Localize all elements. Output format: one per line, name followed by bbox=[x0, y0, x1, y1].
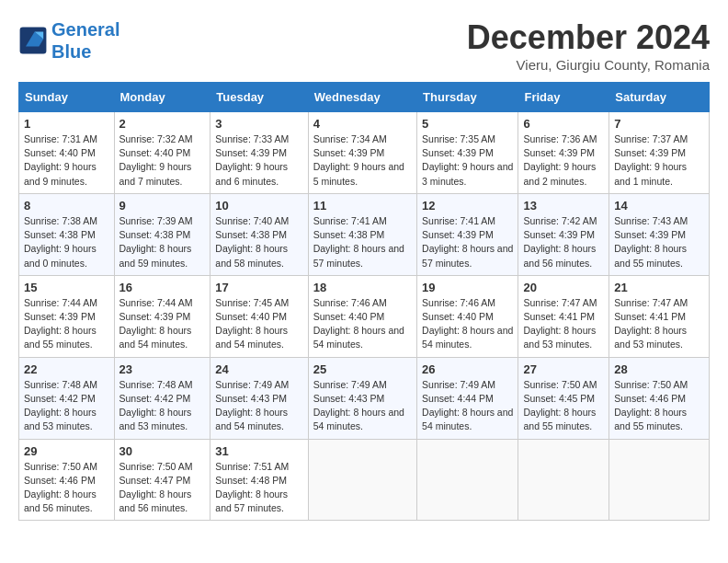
day-number: 27 bbox=[523, 362, 604, 376]
week-row-2: 8Sunrise: 7:38 AMSunset: 4:38 PMDaylight… bbox=[19, 193, 710, 275]
sunrise-text: Sunrise: 7:42 AMSunset: 4:39 PMDaylight:… bbox=[523, 215, 597, 269]
day-number: 25 bbox=[313, 362, 412, 376]
day-number: 18 bbox=[313, 281, 412, 294]
logo: General Blue bbox=[18, 18, 119, 63]
sunrise-text: Sunrise: 7:32 AMSunset: 4:40 PMDaylight:… bbox=[119, 133, 193, 187]
day-cell: 7Sunrise: 7:37 AMSunset: 4:39 PMDaylight… bbox=[609, 112, 710, 194]
sunrise-text: Sunrise: 7:50 AMSunset: 4:46 PMDaylight:… bbox=[24, 461, 97, 514]
day-cell: 18Sunrise: 7:46 AMSunset: 4:40 PMDayligh… bbox=[308, 275, 416, 357]
title-block: December 2024 Vieru, Giurgiu County, Rom… bbox=[467, 18, 710, 73]
day-number: 7 bbox=[614, 117, 704, 131]
day-cell: 20Sunrise: 7:47 AMSunset: 4:41 PMDayligh… bbox=[518, 275, 609, 357]
day-cell: 29Sunrise: 7:50 AMSunset: 4:46 PMDayligh… bbox=[19, 439, 115, 521]
day-cell: 30Sunrise: 7:50 AMSunset: 4:47 PMDayligh… bbox=[114, 439, 210, 521]
day-cell: 23Sunrise: 7:48 AMSunset: 4:42 PMDayligh… bbox=[114, 357, 210, 439]
sunrise-text: Sunrise: 7:38 AMSunset: 4:38 PMDaylight:… bbox=[24, 215, 97, 269]
day-number: 28 bbox=[614, 362, 704, 376]
day-cell bbox=[308, 439, 416, 521]
sunrise-text: Sunrise: 7:31 AMSunset: 4:40 PMDaylight:… bbox=[24, 133, 97, 187]
weekday-header-saturday: Saturday bbox=[609, 83, 710, 112]
day-cell: 3Sunrise: 7:33 AMSunset: 4:39 PMDaylight… bbox=[210, 112, 308, 194]
day-number: 6 bbox=[523, 117, 604, 131]
week-row-1: 1Sunrise: 7:31 AMSunset: 4:40 PMDaylight… bbox=[19, 112, 710, 194]
day-number: 19 bbox=[422, 281, 513, 294]
weekday-header-wednesday: Wednesday bbox=[308, 83, 416, 112]
day-number: 29 bbox=[24, 444, 109, 458]
day-cell: 2Sunrise: 7:32 AMSunset: 4:40 PMDaylight… bbox=[114, 112, 210, 194]
day-cell: 6Sunrise: 7:36 AMSunset: 4:39 PMDaylight… bbox=[518, 112, 609, 194]
day-cell: 27Sunrise: 7:50 AMSunset: 4:45 PMDayligh… bbox=[518, 357, 609, 439]
sunrise-text: Sunrise: 7:37 AMSunset: 4:39 PMDaylight:… bbox=[614, 133, 688, 187]
day-cell: 24Sunrise: 7:49 AMSunset: 4:43 PMDayligh… bbox=[210, 357, 308, 439]
sunrise-text: Sunrise: 7:41 AMSunset: 4:38 PMDaylight:… bbox=[313, 215, 404, 269]
sunrise-text: Sunrise: 7:51 AMSunset: 4:48 PMDaylight:… bbox=[215, 461, 289, 514]
day-number: 13 bbox=[523, 199, 604, 213]
sunrise-text: Sunrise: 7:39 AMSunset: 4:38 PMDaylight:… bbox=[119, 215, 193, 269]
day-number: 15 bbox=[24, 281, 109, 294]
sunrise-text: Sunrise: 7:46 AMSunset: 4:40 PMDaylight:… bbox=[422, 297, 513, 350]
day-number: 23 bbox=[119, 362, 206, 376]
sunrise-text: Sunrise: 7:47 AMSunset: 4:41 PMDaylight:… bbox=[523, 297, 597, 350]
weekday-header-friday: Friday bbox=[518, 83, 609, 112]
day-number: 12 bbox=[422, 199, 513, 213]
header: General Blue December 2024 Vieru, Giurgi… bbox=[18, 18, 710, 73]
day-cell bbox=[518, 439, 609, 521]
sunrise-text: Sunrise: 7:44 AMSunset: 4:39 PMDaylight:… bbox=[119, 297, 193, 350]
weekday-header-sunday: Sunday bbox=[19, 83, 115, 112]
sunrise-text: Sunrise: 7:43 AMSunset: 4:39 PMDaylight:… bbox=[614, 215, 688, 269]
day-number: 4 bbox=[313, 117, 412, 131]
day-cell bbox=[609, 439, 710, 521]
day-number: 16 bbox=[119, 281, 206, 294]
day-cell: 11Sunrise: 7:41 AMSunset: 4:38 PMDayligh… bbox=[308, 193, 416, 275]
sunrise-text: Sunrise: 7:40 AMSunset: 4:38 PMDaylight:… bbox=[215, 215, 289, 269]
day-cell: 4Sunrise: 7:34 AMSunset: 4:39 PMDaylight… bbox=[308, 112, 416, 194]
day-number: 5 bbox=[422, 117, 513, 131]
day-cell: 26Sunrise: 7:49 AMSunset: 4:44 PMDayligh… bbox=[417, 357, 518, 439]
day-cell: 16Sunrise: 7:44 AMSunset: 4:39 PMDayligh… bbox=[114, 275, 210, 357]
sunrise-text: Sunrise: 7:48 AMSunset: 4:42 PMDaylight:… bbox=[119, 379, 193, 432]
logo-icon bbox=[18, 26, 48, 55]
day-cell: 17Sunrise: 7:45 AMSunset: 4:40 PMDayligh… bbox=[210, 275, 308, 357]
day-cell: 31Sunrise: 7:51 AMSunset: 4:48 PMDayligh… bbox=[210, 439, 308, 521]
calendar-table: SundayMondayTuesdayWednesdayThursdayFrid… bbox=[18, 82, 710, 521]
day-number: 30 bbox=[119, 444, 206, 458]
day-number: 20 bbox=[523, 281, 604, 294]
day-number: 22 bbox=[24, 362, 109, 376]
day-cell: 14Sunrise: 7:43 AMSunset: 4:39 PMDayligh… bbox=[609, 193, 710, 275]
day-number: 11 bbox=[313, 199, 412, 213]
day-cell: 12Sunrise: 7:41 AMSunset: 4:39 PMDayligh… bbox=[417, 193, 518, 275]
calendar-subtitle: Vieru, Giurgiu County, Romania bbox=[467, 57, 710, 73]
day-cell: 1Sunrise: 7:31 AMSunset: 4:40 PMDaylight… bbox=[19, 112, 115, 194]
day-cell: 5Sunrise: 7:35 AMSunset: 4:39 PMDaylight… bbox=[417, 112, 518, 194]
sunrise-text: Sunrise: 7:50 AMSunset: 4:46 PMDaylight:… bbox=[614, 379, 688, 432]
day-number: 2 bbox=[119, 117, 206, 131]
day-cell: 15Sunrise: 7:44 AMSunset: 4:39 PMDayligh… bbox=[19, 275, 115, 357]
sunrise-text: Sunrise: 7:49 AMSunset: 4:43 PMDaylight:… bbox=[215, 379, 289, 432]
day-cell: 8Sunrise: 7:38 AMSunset: 4:38 PMDaylight… bbox=[19, 193, 115, 275]
weekday-header-monday: Monday bbox=[114, 83, 210, 112]
day-cell: 9Sunrise: 7:39 AMSunset: 4:38 PMDaylight… bbox=[114, 193, 210, 275]
sunrise-text: Sunrise: 7:47 AMSunset: 4:41 PMDaylight:… bbox=[614, 297, 688, 350]
sunrise-text: Sunrise: 7:45 AMSunset: 4:40 PMDaylight:… bbox=[215, 297, 289, 350]
day-number: 10 bbox=[215, 199, 302, 213]
sunrise-text: Sunrise: 7:50 AMSunset: 4:45 PMDaylight:… bbox=[523, 379, 597, 432]
logo-line1: General bbox=[51, 19, 119, 40]
day-number: 31 bbox=[215, 444, 302, 458]
day-number: 17 bbox=[215, 281, 302, 294]
day-number: 14 bbox=[614, 199, 704, 213]
day-cell bbox=[417, 439, 518, 521]
day-cell: 22Sunrise: 7:48 AMSunset: 4:42 PMDayligh… bbox=[19, 357, 115, 439]
sunrise-text: Sunrise: 7:44 AMSunset: 4:39 PMDaylight:… bbox=[24, 297, 97, 350]
weekday-header-thursday: Thursday bbox=[417, 83, 518, 112]
day-number: 1 bbox=[24, 117, 109, 131]
day-cell: 10Sunrise: 7:40 AMSunset: 4:38 PMDayligh… bbox=[210, 193, 308, 275]
sunrise-text: Sunrise: 7:41 AMSunset: 4:39 PMDaylight:… bbox=[422, 215, 513, 269]
logo-line2: Blue bbox=[51, 41, 91, 62]
day-number: 21 bbox=[614, 281, 704, 294]
weekday-header-row: SundayMondayTuesdayWednesdayThursdayFrid… bbox=[19, 83, 710, 112]
day-number: 26 bbox=[422, 362, 513, 376]
sunrise-text: Sunrise: 7:49 AMSunset: 4:44 PMDaylight:… bbox=[422, 379, 513, 432]
day-cell: 28Sunrise: 7:50 AMSunset: 4:46 PMDayligh… bbox=[609, 357, 710, 439]
sunrise-text: Sunrise: 7:35 AMSunset: 4:39 PMDaylight:… bbox=[422, 133, 513, 187]
day-number: 8 bbox=[24, 199, 109, 213]
